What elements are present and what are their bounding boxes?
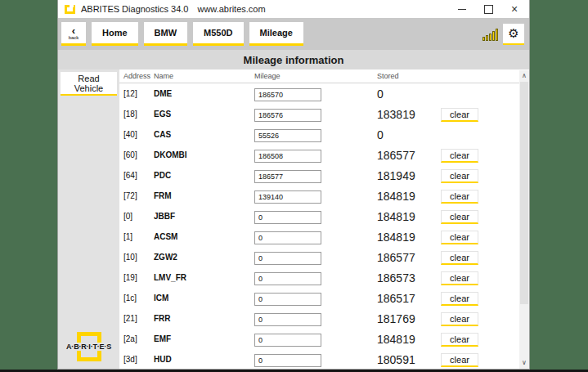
mileage-input[interactable] xyxy=(254,231,321,244)
vertical-scrollbar[interactable]: ∧ ∨ xyxy=(519,70,529,369)
scroll-up-icon[interactable]: ∧ xyxy=(519,71,529,81)
clear-cell: clear xyxy=(441,208,480,225)
ecu-name: DKOMBI xyxy=(154,150,254,159)
mileage-input[interactable] xyxy=(254,211,321,224)
minimize-icon[interactable] xyxy=(449,1,475,17)
ecu-address: [40] xyxy=(123,130,154,139)
table-row: [64]PDC181949clear xyxy=(119,165,519,186)
table-row: [1]ACSM184819clear xyxy=(119,226,519,247)
mileage-input[interactable] xyxy=(254,150,321,163)
table-row: [19]LMV_FR186573clear xyxy=(119,267,519,288)
tab-mileage[interactable]: Mileage xyxy=(249,22,303,46)
ecu-address: [10] xyxy=(123,253,154,262)
table-row: [2a]EMF184819clear xyxy=(119,329,519,349)
mileage-cell xyxy=(254,311,377,326)
gear-icon: ⚙ xyxy=(508,27,518,39)
ecu-address: [1c] xyxy=(123,294,154,303)
stored-value: 0 xyxy=(377,128,441,141)
abrites-logo-icon xyxy=(65,5,75,14)
column-stored: Stored xyxy=(377,72,441,80)
ecu-address: [19] xyxy=(123,273,154,282)
stored-value: 181769 xyxy=(377,312,441,325)
ecu-address: [72] xyxy=(123,191,154,200)
mileage-cell xyxy=(254,352,377,367)
ecu-name: CAS xyxy=(154,130,254,139)
stored-value: 186517 xyxy=(377,292,441,305)
tab-home[interactable]: Home xyxy=(92,22,138,46)
mileage-input[interactable] xyxy=(254,109,321,122)
clear-button[interactable]: clear xyxy=(441,190,478,204)
mileage-input[interactable] xyxy=(254,170,321,183)
tab-bmw[interactable]: BMW xyxy=(144,22,188,46)
stored-value: 184819 xyxy=(377,333,441,346)
mileage-cell xyxy=(254,229,377,244)
mileage-input[interactable] xyxy=(254,334,321,347)
mileage-input[interactable] xyxy=(254,88,321,101)
clear-button[interactable]: clear xyxy=(441,251,478,265)
stored-value: 184819 xyxy=(377,210,441,223)
mileage-cell xyxy=(254,147,377,163)
stored-value: 183819 xyxy=(377,108,441,121)
clear-button[interactable]: clear xyxy=(441,210,478,224)
ecu-name: ACSM xyxy=(154,232,254,241)
clear-cell: clear xyxy=(441,147,480,164)
back-button[interactable]: ‹ back xyxy=(61,22,86,46)
clear-button[interactable]: clear xyxy=(441,333,478,347)
sidebar: Read Vehicle A·B·R·I·T·E·S xyxy=(58,69,119,369)
ecu-name: HUD xyxy=(154,355,254,364)
ecu-address: [12] xyxy=(123,89,154,98)
stored-value: 184819 xyxy=(377,190,441,203)
mileage-input[interactable] xyxy=(254,354,321,367)
mileage-cell xyxy=(254,208,377,224)
ecu-address: [2a] xyxy=(123,334,154,343)
stored-value: 181949 xyxy=(377,169,441,182)
table-row: [10]ZGW2186577clear xyxy=(119,247,519,267)
ecu-name: LMV_FR xyxy=(154,273,254,282)
table-row: [1c]ICM186517clear xyxy=(119,288,519,308)
clear-cell: clear xyxy=(441,229,480,245)
signal-strength-icon xyxy=(483,28,498,41)
content-area: Read Vehicle A·B·R·I·T·E·S Address Name … xyxy=(58,69,529,369)
window-title: ABRITES Diagnostics 34.0 xyxy=(81,4,188,14)
clear-button[interactable]: clear xyxy=(441,292,478,306)
table-row: [0]JBBF184819clear xyxy=(119,206,519,226)
table-row: [40]CAS0 xyxy=(119,124,519,145)
clear-button[interactable]: clear xyxy=(441,149,478,163)
mileage-input[interactable] xyxy=(254,252,321,265)
clear-button[interactable]: clear xyxy=(441,231,478,244)
settings-button[interactable]: ⚙ xyxy=(503,24,524,45)
mileage-input[interactable] xyxy=(254,190,321,204)
ecu-name: JBBF xyxy=(154,212,254,221)
scrollbar-thumb[interactable] xyxy=(520,82,528,304)
mileage-cell xyxy=(254,127,377,142)
mileage-input[interactable] xyxy=(254,272,321,285)
table-row: [72]FRM184819clear xyxy=(119,186,519,206)
ecu-name: PDC xyxy=(154,171,254,180)
mileage-input[interactable] xyxy=(254,293,321,306)
clear-button[interactable]: clear xyxy=(441,312,478,326)
clear-cell: clear xyxy=(441,106,480,123)
mileage-cell xyxy=(254,188,377,204)
ecu-address: [0] xyxy=(123,212,154,221)
back-label: back xyxy=(69,35,79,40)
table-row: [12]DME0 xyxy=(119,83,519,104)
maximize-icon[interactable] xyxy=(475,1,501,17)
read-vehicle-button[interactable]: Read Vehicle xyxy=(61,72,117,96)
mileage-input[interactable] xyxy=(254,129,321,142)
abrites-logo-text: A·B·R·I·T·E·S xyxy=(58,343,119,351)
scroll-down-icon[interactable]: ∨ xyxy=(519,358,529,368)
close-icon[interactable]: × xyxy=(501,1,527,17)
clear-button[interactable]: clear xyxy=(441,271,478,285)
mileage-cell xyxy=(254,168,377,183)
ecu-name: EMF xyxy=(154,334,254,343)
clear-button[interactable]: clear xyxy=(441,353,478,367)
clear-button[interactable]: clear xyxy=(441,108,478,122)
mileage-input[interactable] xyxy=(254,313,321,326)
ecu-address: [1] xyxy=(123,232,154,241)
ecu-name: FRM xyxy=(154,191,254,200)
clear-button[interactable]: clear xyxy=(441,169,478,183)
tab-m550d[interactable]: M550D xyxy=(193,22,243,46)
clear-cell: clear xyxy=(441,290,480,307)
window-controls: × xyxy=(449,1,527,17)
table-header: Address Name Mileage Stored xyxy=(119,69,519,83)
